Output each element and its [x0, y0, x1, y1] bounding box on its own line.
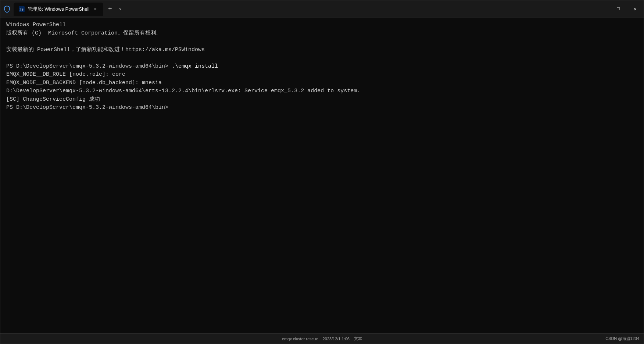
terminal-line: [SC] ChangeServiceConfig 成功: [6, 96, 638, 104]
status-filetype: 文本: [354, 336, 362, 341]
terminal-line: PS D:\DevelopServer\emqx-5.3.2-windows-a…: [6, 62, 638, 71]
status-emqx: emqx cluster rescue: [282, 337, 318, 341]
maximize-button[interactable]: □: [610, 3, 627, 15]
terminal-line: EMQX_NODE__DB_BACKEND [node.db_backend]:…: [6, 79, 638, 87]
statusbar-center: emqx cluster rescue 2023/12/1 1:06 文本: [282, 336, 362, 341]
terminal-line: [6, 37, 638, 46]
status-user: CSDN @海盗1234: [605, 336, 639, 341]
titlebar: PS 管理员: Windows PowerShell ✕ + ∨ — □ ✕: [0, 0, 644, 18]
terminal-line: 安装最新的 PowerShell，了解新功能和改进！https://aka.ms…: [6, 46, 638, 54]
tab-close-button[interactable]: ✕: [92, 6, 98, 12]
terminal-line: [6, 54, 638, 62]
terminal-line: Windows PowerShell: [6, 21, 638, 29]
active-tab[interactable]: PS 管理员: Windows PowerShell ✕: [14, 3, 103, 16]
terminal-output: Windows PowerShell版权所有 (C) Microsoft Cor…: [6, 21, 638, 112]
tab-title: 管理员: Windows PowerShell: [28, 6, 89, 12]
terminal-body[interactable]: Windows PowerShell版权所有 (C) Microsoft Cor…: [0, 18, 644, 333]
svg-text:PS: PS: [19, 7, 24, 11]
terminal-line: PS D:\DevelopServer\emqx-5.3.2-windows-a…: [6, 104, 638, 112]
titlebar-left: PS 管理员: Windows PowerShell ✕ + ∨: [3, 3, 593, 16]
powershell-window: PS 管理员: Windows PowerShell ✕ + ∨ — □ ✕ W…: [0, 0, 644, 344]
terminal-line: EMQX_NODE__DB_ROLE [node.role]: core: [6, 71, 638, 79]
terminal-line: 版权所有 (C) Microsoft Corporation。保留所有权利。: [6, 29, 638, 38]
new-tab-button[interactable]: +: [105, 4, 115, 14]
dropdown-button[interactable]: ∨: [116, 5, 125, 14]
window-controls: — □ ✕: [593, 3, 644, 15]
shield-icon: [3, 6, 11, 13]
terminal-line: D:\DevelopServer\emqx-5.3.2-windows-amd6…: [6, 87, 638, 96]
minimize-button[interactable]: —: [593, 3, 610, 15]
statusbar-right: CSDN @海盗1234: [605, 336, 639, 341]
close-button[interactable]: ✕: [627, 3, 644, 15]
statusbar: emqx cluster rescue 2023/12/1 1:06 文本 CS…: [0, 333, 644, 344]
command-text: .\emqx install: [172, 63, 218, 69]
powershell-tab-icon: PS: [19, 6, 25, 12]
status-datetime: 2023/12/1 1:06: [323, 337, 350, 341]
